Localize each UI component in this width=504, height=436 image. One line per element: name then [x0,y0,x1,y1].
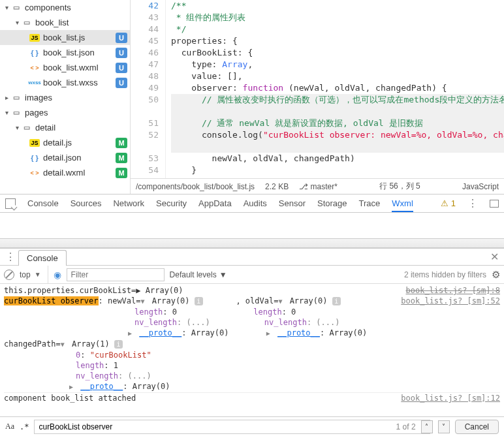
js-icon: JS [29,34,39,42]
status-badge: U [116,33,127,43]
cancel-button[interactable]: Cancel [455,420,499,434]
tab-appdata[interactable]: AppData [198,198,232,208]
context-select[interactable]: top ▼ [20,266,48,283]
console-tab[interactable]: Console [18,250,67,266]
caret-down-icon: ▾ [13,124,21,131]
tree-file-book-list-wxml[interactable]: < > book_list.wxml U [0,60,130,75]
tree-label: pages [22,108,127,117]
wxml-icon: < > [29,65,40,71]
log-line: changedPath=▼ Array(1) i [4,339,500,350]
tab-console[interactable]: Console [27,198,59,208]
search-next-button[interactable]: ˅ [438,420,450,433]
tree-file-detail-js[interactable]: JS detail.js M [0,135,130,150]
log-line: curBookList observer: newVal=▼ Array(0) … [4,296,401,307]
clear-console-icon[interactable] [4,270,14,280]
status-badge: U [116,78,127,88]
regex-toggle[interactable]: .* [20,422,29,431]
editor-area: ▾ ▭ components ▾ ▭ book_list JS book_lis… [0,0,504,195]
caret-right-icon: ▸ [3,94,10,101]
devtools-tabs: ConsoleSourcesNetworkSecurityAppDataAudi… [0,195,504,213]
tree-folder-images[interactable]: ▸ ▭ images [0,90,130,105]
tab-network[interactable]: Network [113,198,144,208]
horizontal-scrollbar[interactable] [0,239,504,248]
tab-wxml[interactable]: Wxml [392,198,413,212]
context-label: top [20,270,31,279]
status-lang: JavaScript [462,182,499,191]
warn-count[interactable]: ⚠ 1 [441,198,456,208]
tree-label: book_list [33,18,127,27]
status-cursor: 行 56，列 5 [379,181,420,192]
folder-icon: ▭ [10,108,22,117]
tree-folder-detail[interactable]: ▾ ▭ detail [0,120,130,135]
tab-security[interactable]: Security [156,198,187,208]
tree-label: detail.json [40,153,116,163]
wxml-icon: < > [29,170,40,176]
tree-folder-pages[interactable]: ▾ ▭ pages [0,105,130,120]
wxml-panel-empty [0,213,504,239]
tab-sources[interactable]: Sources [71,198,102,208]
caret-down-icon: ▾ [3,109,10,116]
console-output[interactable]: this.properties.curBookList=▶ Array(0) b… [0,284,504,416]
caret-down-icon: ▾ [3,4,10,11]
folder-icon: ▭ [10,93,22,102]
log-line: this.properties.curBookList=▶ Array(0) [4,285,406,296]
tree-folder-book-list[interactable]: ▾ ▭ book_list [0,15,130,30]
tree-label: images [22,93,127,102]
folder-icon: ▭ [21,18,33,27]
status-badge: M [116,153,127,163]
folder-icon: ▭ [21,123,33,132]
wxss-icon: wxss [29,80,40,86]
info-icon[interactable]: i [332,297,341,305]
tree-label: detail.wxml [40,168,116,178]
code-lines[interactable]: /** * 组件的属性列表 */properties: { curBookLis… [166,0,504,178]
levels-select[interactable]: Default levels ▼ [170,270,227,279]
console-tabbar: ⋮ Console ✕ [0,249,504,266]
tree-label: detail.js [40,138,116,148]
log-source-link[interactable]: book_list.js? [sm]:12 [401,393,500,403]
log-source-link[interactable]: book_list.js? [sm]:52 [401,296,500,307]
tab-storage[interactable]: Storage [317,198,347,208]
tree-folder-components[interactable]: ▾ ▭ components [0,0,130,15]
file-tree[interactable]: ▾ ▭ components ▾ ▭ book_list JS book_lis… [0,0,131,194]
caret-down-icon: ▾ [13,19,21,26]
folder-icon: ▭ [10,3,22,12]
json-icon: { } [29,154,40,162]
tree-file-detail-json[interactable]: { } detail.json M [0,150,130,165]
tree-file-book-list-js[interactable]: JS book_list.js U [0,30,130,45]
tab-trace[interactable]: Trace [359,198,381,208]
status-path: /components/book_list/book_list.js [136,182,255,191]
code-editor[interactable]: 424344454647484950 5152 5354 /** * 组件的属性… [131,0,504,194]
kebab-icon[interactable]: ⋮ [467,197,478,210]
hidden-items-note[interactable]: 2 items hidden by filters [404,270,486,279]
caret-down-icon: ▼ [219,270,227,279]
kebab-icon[interactable]: ⋮ [3,251,18,263]
tree-file-book-list-wxss[interactable]: wxss book_list.wxss U [0,75,130,90]
tree-label: book_list.json [40,48,116,57]
popout-icon[interactable] [490,200,499,208]
element-picker-icon[interactable] [5,198,16,209]
js-icon: JS [29,139,39,147]
tree-label: book_list.wxml [40,63,116,72]
gear-icon[interactable]: ⚙ [492,269,500,281]
console-drawer: ⋮ Console ✕ top ▼ ◉ Default levels ▼ 2 i… [0,248,504,436]
search-prev-button[interactable]: ˄ [421,420,433,433]
info-icon[interactable]: i [195,297,203,305]
search-input[interactable] [34,420,430,434]
status-badge: M [116,168,127,178]
status-size: 2.2 KB [265,182,289,191]
match-case-toggle[interactable]: Aa [5,422,14,431]
console-toolbar: top ▼ ◉ Default levels ▼ 2 items hidden … [0,266,504,284]
close-icon[interactable]: ✕ [490,251,499,263]
tab-audits[interactable]: Audits [244,198,267,208]
log-source-link[interactable]: book_list.js? [sm]:8 [406,285,501,296]
live-expression-icon[interactable]: ◉ [54,270,61,280]
info-icon[interactable]: i [114,340,123,349]
tree-file-detail-wxml[interactable]: < > detail.wxml M [0,165,130,180]
tree-label: detail [33,123,127,132]
tab-sensor[interactable]: Sensor [279,198,306,208]
caret-down-icon: ▼ [35,271,41,278]
filter-input[interactable] [67,268,165,281]
status-branch[interactable]: ⎇ master* [299,182,338,191]
tree-label: book_list.wxss [40,78,116,87]
tree-file-book-list-json[interactable]: { } book_list.json U [0,45,130,60]
